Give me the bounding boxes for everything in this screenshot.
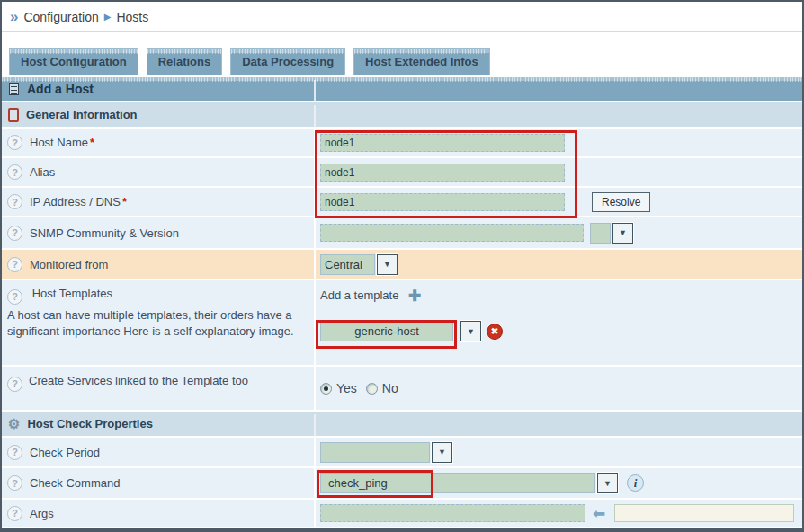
- check-command-select[interactable]: check_ping: [320, 473, 595, 493]
- add-template-plus-icon[interactable]: ✚: [408, 288, 421, 305]
- dropdown-button[interactable]: ▼: [377, 254, 398, 275]
- tab-host-configuration[interactable]: Host Configuration: [9, 48, 138, 75]
- section-title: Host Check Properties: [27, 417, 152, 430]
- general-information-icon: [8, 108, 19, 122]
- radio-no-label: No: [382, 381, 398, 395]
- help-icon[interactable]: ?: [7, 257, 22, 272]
- add-host-icon: [9, 83, 19, 95]
- help-icon[interactable]: ?: [7, 377, 22, 392]
- row-host-name: ? Host Name*: [2, 129, 802, 156]
- tab-data-processing[interactable]: Data Processing: [230, 48, 345, 75]
- check-command-label: Check Command: [30, 476, 120, 490]
- breadcrumb-arrow-icon: ▶: [104, 12, 112, 22]
- column-divider: [314, 80, 316, 101]
- breadcrumb-double-arrow-icon: »: [10, 9, 18, 24]
- required-mark: *: [122, 195, 127, 208]
- section-host-check-properties: ⚙ Host Check Properties: [2, 412, 802, 436]
- add-template-label: Add a template: [320, 288, 398, 302]
- host-configuration-page: » Configuration ▶ Hosts Host Configurati…: [0, 0, 804, 532]
- dropdown-button[interactable]: ▼: [612, 223, 633, 244]
- row-check-command: ? Check Command check_ping ▼ i: [2, 468, 802, 498]
- radio-yes[interactable]: [320, 383, 332, 395]
- row-host-templates: ? Host Templates A host can have multipl…: [2, 280, 802, 365]
- create-services-label: Create Services linked to the Template t…: [29, 374, 248, 387]
- resolve-button[interactable]: Resolve: [592, 192, 650, 212]
- dropdown-button[interactable]: ▼: [597, 473, 618, 493]
- radio-yes-label: Yes: [336, 381, 357, 395]
- host-template-select[interactable]: generic-host: [320, 321, 453, 341]
- dropdown-button[interactable]: ▼: [460, 321, 481, 341]
- breadcrumb-configuration[interactable]: Configuration: [23, 10, 98, 24]
- snmp-version-select[interactable]: [590, 223, 611, 244]
- gear-icon: ⚙: [8, 417, 20, 430]
- column-divider: [314, 414, 316, 436]
- help-icon[interactable]: ?: [7, 226, 22, 241]
- row-snmp: ? SNMP Community & Version ▼: [2, 217, 802, 248]
- column-divider: [314, 105, 316, 127]
- args-input[interactable]: [320, 504, 585, 522]
- help-icon[interactable]: ?: [7, 194, 22, 209]
- form-title-bar: Add a Host: [2, 77, 802, 101]
- row-ip-address: ? IP Address / DNS* Resolve: [2, 188, 802, 216]
- row-args: ? Args ⬅: [2, 500, 802, 527]
- info-icon[interactable]: i: [627, 474, 644, 492]
- page-title: Add a Host: [27, 82, 94, 96]
- snmp-label: SNMP Community & Version: [30, 226, 179, 240]
- required-mark: *: [90, 136, 94, 149]
- check-period-select[interactable]: [320, 442, 430, 463]
- host-templates-label: Host Templates: [32, 287, 112, 300]
- row-create-services: ?Create Services linked to the Template …: [2, 367, 802, 410]
- host-templates-description: A host can have multiple templates, thei…: [7, 307, 314, 340]
- ip-address-input[interactable]: [320, 193, 565, 211]
- args-example-input[interactable]: [614, 504, 794, 522]
- dropdown-button[interactable]: ▼: [432, 442, 452, 463]
- monitored-from-select[interactable]: Central: [320, 254, 375, 275]
- row-alias: ? Alias: [2, 158, 802, 186]
- monitored-from-label: Monitored from: [30, 258, 108, 271]
- snmp-community-input[interactable]: [320, 224, 584, 242]
- radio-no[interactable]: [366, 383, 378, 395]
- help-icon[interactable]: ?: [7, 475, 22, 491]
- breadcrumb-hosts[interactable]: Hosts: [116, 10, 148, 24]
- help-icon[interactable]: ?: [7, 445, 22, 460]
- arg-left-arrow-icon: ⬅: [593, 506, 605, 521]
- breadcrumb: » Configuration ▶ Hosts: [2, 2, 802, 32]
- tab-relations[interactable]: Relations: [147, 48, 223, 75]
- row-check-period: ? Check Period ▼: [2, 438, 802, 466]
- args-label: Args: [30, 507, 54, 520]
- help-icon[interactable]: ?: [7, 164, 22, 180]
- section-general-information: General Information: [2, 102, 802, 127]
- row-monitored-from: ? Monitored from Central ▼: [2, 250, 802, 279]
- check-period-label: Check Period: [30, 446, 100, 459]
- help-icon[interactable]: ?: [7, 135, 22, 150]
- help-icon[interactable]: ?: [7, 506, 22, 521]
- help-icon[interactable]: ?: [7, 289, 22, 305]
- alias-label: Alias: [30, 165, 55, 179]
- ip-address-label: IP Address / DNS*: [30, 195, 127, 208]
- tab-bar: Host Configuration Relations Data Proces…: [9, 48, 802, 75]
- section-title: General Information: [26, 108, 138, 121]
- delete-template-icon[interactable]: ✖: [487, 324, 503, 340]
- alias-input[interactable]: [320, 164, 565, 182]
- tab-host-extended-infos[interactable]: Host Extended Infos: [353, 48, 490, 75]
- host-name-input[interactable]: [320, 134, 565, 152]
- host-name-label: Host Name*: [30, 136, 94, 149]
